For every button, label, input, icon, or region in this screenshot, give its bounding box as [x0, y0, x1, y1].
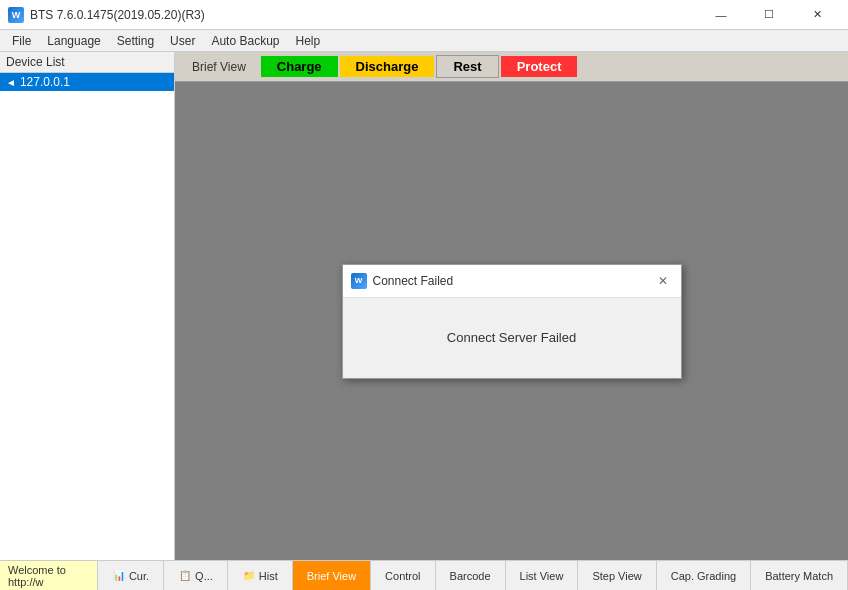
dialog-message: Connect Server Failed — [447, 330, 576, 345]
bottom-tab-hist-label: Hist — [259, 570, 278, 582]
menu-user[interactable]: User — [162, 32, 203, 50]
title-bar: W BTS 7.6.0.1475(2019.05.20)(R3) — ☐ ✕ — [0, 0, 848, 30]
hist-icon: 📁 — [242, 569, 256, 583]
bottom-tab-q-label: Q... — [195, 570, 213, 582]
menu-bar: File Language Setting User Auto Backup H… — [0, 30, 848, 52]
title-bar-controls: — ☐ ✕ — [698, 0, 840, 30]
tab-brief-view[interactable]: Brief View — [179, 55, 259, 79]
cur-icon: 📊 — [112, 569, 126, 583]
bottom-tab-hist[interactable]: 📁 Hist — [228, 561, 293, 590]
connect-failed-dialog: W Connect Failed ✕ Connect Server Failed — [342, 264, 682, 379]
bottom-tab-cur[interactable]: 📊 Cur. — [98, 561, 164, 590]
maximize-button[interactable]: ☐ — [746, 0, 792, 30]
bottom-tab-barcode-label: Barcode — [450, 570, 491, 582]
dialog-body: Connect Server Failed — [343, 298, 681, 378]
gray-content: W Connect Failed ✕ Connect Server Failed — [175, 82, 848, 560]
bottom-tab-brief-view[interactable]: Brief View — [293, 561, 371, 590]
sidebar-header: Device List — [0, 52, 174, 73]
close-button[interactable]: ✕ — [794, 0, 840, 30]
bottom-tab-q[interactable]: 📋 Q... — [164, 561, 228, 590]
dialog-title-left: W Connect Failed — [351, 273, 454, 289]
tab-bar: Brief View Charge Discharge Rest Protect — [175, 52, 848, 82]
dialog-overlay: W Connect Failed ✕ Connect Server Failed — [175, 82, 848, 560]
title-bar-left: W BTS 7.6.0.1475(2019.05.20)(R3) — [8, 7, 205, 23]
bottom-tab-battery-match[interactable]: Battery Match — [751, 561, 848, 590]
app-icon: W — [8, 7, 24, 23]
tab-charge[interactable]: Charge — [261, 56, 338, 77]
sidebar-item-label: 127.0.0.1 — [20, 75, 70, 89]
title-bar-title: BTS 7.6.0.1475(2019.05.20)(R3) — [30, 8, 205, 22]
tab-protect[interactable]: Protect — [501, 56, 578, 77]
menu-autobackup[interactable]: Auto Backup — [203, 32, 287, 50]
status-bar: Welcome to http://w 📊 Cur. 📋 Q... 📁 Hist… — [0, 560, 848, 590]
bottom-tab-step-label: Step View — [592, 570, 641, 582]
welcome-text: Welcome to http://w — [0, 561, 98, 590]
bottom-tab-brief-label: Brief View — [307, 570, 356, 582]
bottom-tab-control-label: Control — [385, 570, 420, 582]
content-area: Brief View Charge Discharge Rest Protect… — [175, 52, 848, 560]
menu-setting[interactable]: Setting — [109, 32, 162, 50]
bottom-tab-list-view[interactable]: List View — [506, 561, 579, 590]
sidebar-item-device[interactable]: ◄ 127.0.0.1 — [0, 73, 174, 91]
bottom-tab-step-view[interactable]: Step View — [578, 561, 656, 590]
q-icon: 📋 — [178, 569, 192, 583]
menu-help[interactable]: Help — [287, 32, 328, 50]
dialog-app-icon: W — [351, 273, 367, 289]
dialog-close-button[interactable]: ✕ — [653, 271, 673, 291]
tab-discharge[interactable]: Discharge — [340, 56, 435, 77]
bottom-tab-cap-grading[interactable]: Cap. Grading — [657, 561, 751, 590]
bottom-tab-battery-label: Battery Match — [765, 570, 833, 582]
menu-language[interactable]: Language — [39, 32, 108, 50]
dialog-title: Connect Failed — [373, 274, 454, 288]
bottom-tab-control[interactable]: Control — [371, 561, 435, 590]
sidebar: Device List ◄ 127.0.0.1 — [0, 52, 175, 560]
minimize-button[interactable]: — — [698, 0, 744, 30]
menu-file[interactable]: File — [4, 32, 39, 50]
bottom-tab-cur-label: Cur. — [129, 570, 149, 582]
main-layout: Device List ◄ 127.0.0.1 Brief View Charg… — [0, 52, 848, 560]
tab-rest[interactable]: Rest — [436, 55, 498, 78]
bottom-tab-list-label: List View — [520, 570, 564, 582]
dialog-title-bar: W Connect Failed ✕ — [343, 265, 681, 298]
bottom-tab-barcode[interactable]: Barcode — [436, 561, 506, 590]
sidebar-arrow-icon: ◄ — [6, 77, 16, 88]
bottom-tab-cap-label: Cap. Grading — [671, 570, 736, 582]
